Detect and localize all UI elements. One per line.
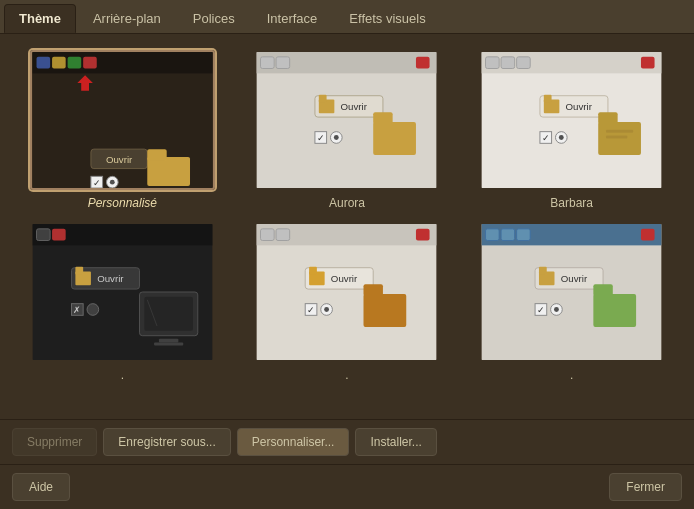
svg-rect-2 (36, 57, 50, 69)
svg-rect-46 (598, 122, 641, 155)
svg-rect-96 (594, 284, 613, 296)
svg-rect-5 (83, 57, 97, 69)
theme-teal[interactable]: Ouvrir ✓ . (465, 222, 678, 382)
svg-rect-16 (147, 149, 166, 161)
svg-text:Ouvrir: Ouvrir (341, 101, 368, 112)
svg-rect-30 (374, 122, 417, 155)
svg-rect-49 (606, 136, 627, 139)
svg-rect-36 (517, 57, 531, 69)
svg-text:Ouvrir: Ouvrir (566, 101, 593, 112)
svg-rect-37 (641, 57, 655, 69)
svg-rect-73 (310, 267, 318, 275)
svg-text:Ouvrir: Ouvrir (331, 273, 358, 284)
svg-rect-47 (598, 112, 617, 124)
main-content: Ouvrir ✓ Personnalisé (0, 34, 694, 509)
svg-rect-63 (154, 343, 183, 346)
svg-rect-95 (594, 294, 637, 327)
svg-rect-3 (52, 57, 66, 69)
svg-point-14 (110, 180, 115, 185)
theme-preview-light2: Ouvrir ✓ (254, 222, 439, 362)
theme-label-teal: . (570, 368, 573, 382)
svg-rect-20 (277, 57, 291, 69)
svg-rect-68 (261, 229, 275, 241)
theme-preview-aurora: Ouvrir ✓ (254, 50, 439, 190)
svg-rect-80 (364, 284, 383, 296)
svg-rect-40 (544, 95, 552, 103)
svg-text:Ouvrir: Ouvrir (97, 273, 124, 284)
svg-rect-56 (75, 267, 83, 275)
svg-rect-15 (147, 157, 190, 186)
svg-point-45 (559, 135, 564, 140)
aide-button[interactable]: Aide (12, 473, 70, 501)
bottom-bar: Aide Fermer (0, 464, 694, 509)
svg-rect-64 (144, 297, 193, 331)
svg-rect-86 (641, 229, 655, 241)
svg-rect-53 (52, 229, 66, 241)
svg-rect-21 (416, 57, 430, 69)
theme-preview-barbara: Ouvrir ✓ (479, 50, 664, 190)
theme-personnalise[interactable]: Ouvrir ✓ Personnalisé (16, 50, 229, 210)
svg-point-94 (554, 307, 559, 312)
svg-rect-48 (606, 130, 633, 133)
svg-text:✓: ✓ (308, 305, 316, 315)
tab-theme[interactable]: Thème (4, 4, 76, 33)
theme-preview-personnalise: Ouvrir ✓ (30, 50, 215, 190)
svg-text:Ouvrir: Ouvrir (561, 273, 588, 284)
action-toolbar: Supprimer Enregistrer sous... Personnali… (0, 419, 694, 464)
svg-point-60 (87, 304, 99, 316)
svg-rect-84 (501, 229, 515, 241)
installer-button[interactable]: Installer... (355, 428, 436, 456)
enregistrer-button[interactable]: Enregistrer sous... (103, 428, 230, 456)
svg-rect-79 (364, 294, 407, 327)
tab-bar: Thème Arrière-plan Polices Interface Eff… (0, 0, 694, 34)
tab-interface[interactable]: Interface (252, 4, 333, 33)
theme-label-light2: . (345, 368, 348, 382)
svg-rect-69 (277, 229, 291, 241)
theme-light2[interactable]: Ouvrir ✓ . (241, 222, 454, 382)
tab-background[interactable]: Arrière-plan (78, 4, 176, 33)
svg-rect-62 (159, 339, 178, 343)
svg-rect-83 (486, 229, 500, 241)
svg-text:✗: ✗ (73, 305, 81, 315)
svg-text:✓: ✓ (537, 305, 545, 315)
personnaliser-button[interactable]: Personnaliser... (237, 428, 350, 456)
svg-point-29 (334, 135, 339, 140)
svg-point-78 (325, 307, 330, 312)
tab-fonts[interactable]: Polices (178, 4, 250, 33)
fermer-button[interactable]: Fermer (609, 473, 682, 501)
themes-grid: Ouvrir ✓ Personnalisé (0, 34, 694, 419)
svg-rect-70 (416, 229, 430, 241)
svg-rect-24 (319, 95, 327, 103)
svg-rect-4 (67, 57, 81, 69)
theme-preview-dark2: Ouvrir ✗ (30, 222, 215, 362)
theme-label-personnalise: Personnalisé (88, 196, 157, 210)
svg-text:✓: ✓ (317, 133, 325, 143)
theme-dark2[interactable]: Ouvrir ✗ . (16, 222, 229, 382)
theme-label-dark2: . (121, 368, 124, 382)
svg-rect-31 (374, 112, 393, 124)
svg-rect-89 (539, 267, 547, 275)
svg-rect-85 (517, 229, 531, 241)
theme-label-barbara: Barbara (550, 196, 593, 210)
svg-rect-19 (261, 57, 275, 69)
svg-text:✓: ✓ (542, 133, 550, 143)
svg-rect-35 (501, 57, 515, 69)
theme-barbara[interactable]: Ouvrir ✓ Barbara (465, 50, 678, 210)
svg-text:✓: ✓ (93, 178, 101, 188)
supprimer-button[interactable]: Supprimer (12, 428, 97, 456)
theme-aurora[interactable]: Ouvrir ✓ Aurora (241, 50, 454, 210)
svg-rect-34 (486, 57, 500, 69)
svg-rect-52 (36, 229, 50, 241)
svg-text:Ouvrir: Ouvrir (106, 154, 133, 165)
theme-label-aurora: Aurora (329, 196, 365, 210)
theme-preview-teal: Ouvrir ✓ (479, 222, 664, 362)
tab-effects[interactable]: Effets visuels (334, 4, 440, 33)
